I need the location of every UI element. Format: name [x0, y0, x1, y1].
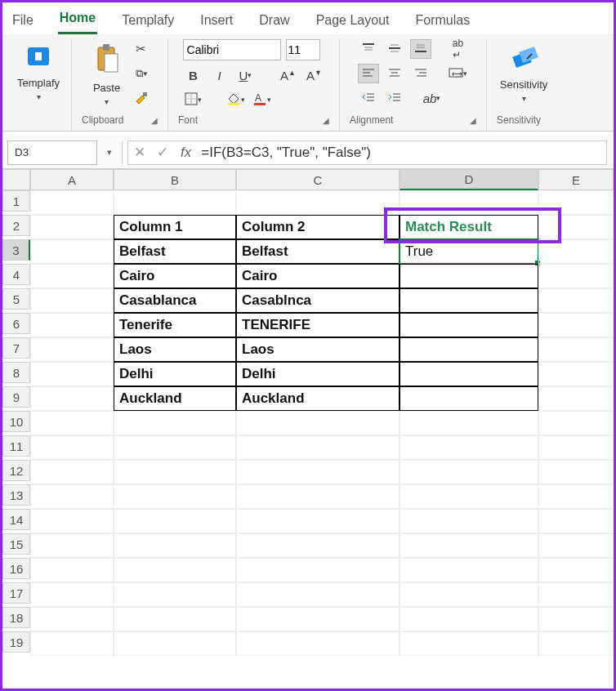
name-box[interactable]	[7, 140, 97, 165]
font-size-input[interactable]	[286, 39, 320, 60]
cell-E15[interactable]	[538, 533, 614, 558]
cell-B12[interactable]	[114, 460, 236, 484]
cell-D17[interactable]	[400, 582, 538, 607]
cell-E5[interactable]	[538, 288, 614, 313]
cell-E13[interactable]	[538, 484, 614, 509]
row-header-11[interactable]: 11	[2, 435, 30, 457]
align-bottom-button[interactable]	[410, 39, 431, 59]
row-header-17[interactable]: 17	[2, 582, 30, 604]
cell-C12[interactable]	[236, 460, 400, 484]
sensitivity-button[interactable]: Sensitivity ▾	[495, 39, 553, 106]
cell-E3[interactable]	[538, 239, 614, 264]
cell-A14[interactable]	[30, 509, 114, 533]
cell-A16[interactable]	[30, 558, 114, 582]
cell-E14[interactable]	[538, 509, 614, 533]
merge-center-button[interactable]: ⟷▾	[448, 64, 469, 83]
cell-D10[interactable]	[400, 411, 538, 435]
cell-D3[interactable]: True	[400, 239, 538, 264]
cancel-formula-button[interactable]: ✕	[128, 144, 151, 161]
cell-C18[interactable]	[236, 607, 400, 631]
cell-B3[interactable]: Belfast	[114, 239, 236, 264]
select-all-corner[interactable]	[2, 169, 30, 190]
bold-button[interactable]: B	[183, 65, 204, 85]
row-header-5[interactable]: 5	[2, 288, 30, 310]
cell-C6[interactable]: TENERIFE	[236, 313, 400, 337]
col-header-C[interactable]: C	[236, 169, 400, 190]
cell-B8[interactable]: Delhi	[114, 362, 236, 386]
cell-A9[interactable]	[30, 386, 114, 411]
wrap-text-button[interactable]: ab↵	[448, 39, 469, 59]
cell-C8[interactable]: Delhi	[236, 362, 400, 386]
font-color-button[interactable]: A ▾	[252, 90, 273, 109]
cell-B18[interactable]	[114, 607, 236, 631]
col-header-E[interactable]: E	[538, 169, 614, 190]
row-header-18[interactable]: 18	[2, 607, 30, 628]
dialog-launcher-icon[interactable]: ◢	[470, 116, 476, 125]
row-header-14[interactable]: 14	[2, 509, 30, 530]
cell-D4[interactable]	[400, 264, 538, 288]
cell-A8[interactable]	[30, 362, 114, 386]
align-right-button[interactable]	[410, 64, 431, 83]
align-center-button[interactable]	[384, 64, 405, 83]
italic-button[interactable]: I	[209, 65, 230, 85]
cell-D5[interactable]	[400, 288, 538, 313]
format-painter-button[interactable]	[131, 88, 152, 108]
cell-E11[interactable]	[538, 435, 614, 460]
cell-A5[interactable]	[30, 288, 114, 313]
tab-draw[interactable]: Draw	[257, 10, 291, 34]
tab-home[interactable]: Home	[58, 7, 97, 34]
shrink-font-button[interactable]: A▼	[304, 65, 325, 85]
cell-C1[interactable]	[236, 190, 400, 215]
cell-A13[interactable]	[30, 484, 114, 509]
cell-A1[interactable]	[30, 190, 114, 215]
cell-B10[interactable]	[114, 411, 236, 435]
row-header-8[interactable]: 8	[2, 362, 30, 383]
cell-D19[interactable]	[400, 631, 538, 656]
enter-formula-button[interactable]: ✓	[151, 144, 174, 161]
grow-font-button[interactable]: A▲	[278, 65, 299, 85]
dialog-launcher-icon[interactable]: ◢	[151, 116, 158, 125]
cell-D13[interactable]	[400, 484, 538, 509]
cell-D18[interactable]	[400, 607, 538, 631]
cut-button[interactable]: ✂	[131, 39, 152, 59]
paste-button[interactable]: Paste ▾	[88, 39, 126, 109]
cell-C17[interactable]	[236, 582, 400, 607]
row-header-16[interactable]: 16	[2, 558, 30, 579]
row-header-2[interactable]: 2	[2, 215, 30, 236]
cell-A3[interactable]	[30, 239, 114, 264]
cell-B11[interactable]	[114, 435, 236, 460]
cell-A7[interactable]	[30, 337, 114, 362]
cell-C13[interactable]	[236, 484, 400, 509]
cell-D1[interactable]	[400, 190, 538, 215]
row-header-10[interactable]: 10	[2, 411, 30, 432]
formula-input[interactable]: =IF(B3=C3, "True", "False")	[198, 145, 606, 161]
align-top-button[interactable]	[358, 39, 379, 59]
cell-D14[interactable]	[400, 509, 538, 533]
cell-A2[interactable]	[30, 215, 114, 239]
cell-E16[interactable]	[538, 558, 614, 582]
cell-E9[interactable]	[538, 386, 614, 411]
cell-D9[interactable]	[400, 386, 538, 411]
cell-E19[interactable]	[538, 631, 614, 656]
row-header-4[interactable]: 4	[2, 264, 30, 285]
cell-D7[interactable]	[400, 337, 538, 362]
cell-E4[interactable]	[538, 264, 614, 288]
cell-B16[interactable]	[114, 558, 236, 582]
row-header-9[interactable]: 9	[2, 386, 30, 408]
orientation-button[interactable]: ab▾	[422, 88, 443, 108]
align-middle-button[interactable]	[384, 39, 405, 59]
cell-E7[interactable]	[538, 337, 614, 362]
cell-A4[interactable]	[30, 264, 114, 288]
cell-B15[interactable]	[114, 533, 236, 558]
font-name-input[interactable]	[183, 39, 281, 60]
tab-formulas[interactable]: Formulas	[413, 10, 471, 34]
cell-A6[interactable]	[30, 313, 114, 337]
cell-E18[interactable]	[538, 607, 614, 631]
cell-B2[interactable]: Column 1	[114, 215, 236, 239]
cell-D6[interactable]	[400, 313, 538, 337]
cell-E10[interactable]	[538, 411, 614, 435]
cell-D12[interactable]	[400, 460, 538, 484]
row-header-3[interactable]: 3	[2, 239, 30, 261]
cell-C14[interactable]	[236, 509, 400, 533]
cell-D8[interactable]	[400, 362, 538, 386]
